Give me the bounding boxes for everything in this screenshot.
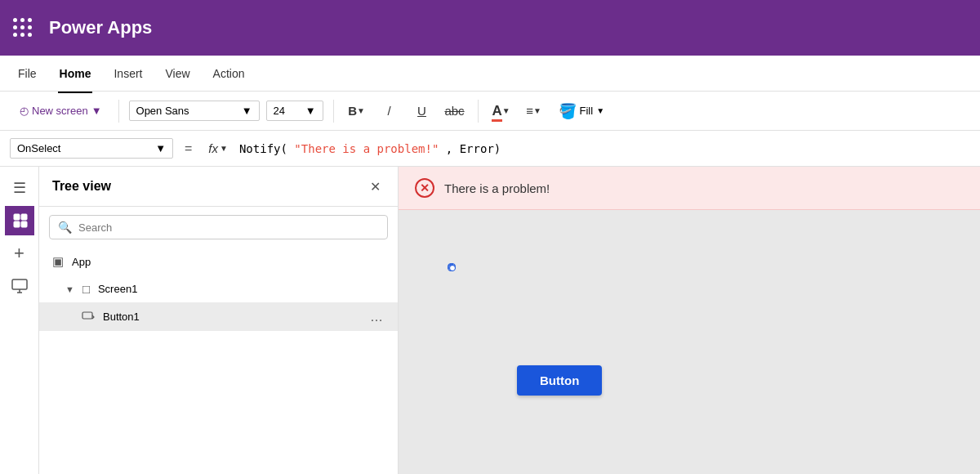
align-chevron-icon: ▼ xyxy=(533,106,541,115)
tree-header: Tree view ✕ xyxy=(39,167,398,207)
svg-rect-0 xyxy=(14,214,20,220)
tree-item-button1[interactable]: Button1 … xyxy=(39,302,398,331)
sidebar-icons: ☰ + xyxy=(0,167,39,474)
separator-1 xyxy=(118,100,119,123)
property-chevron-icon: ▼ xyxy=(155,142,166,154)
screen-icon: □ xyxy=(82,282,90,296)
chevron-down-icon: ▼ xyxy=(305,105,316,117)
font-size-value: 24 xyxy=(274,105,285,117)
italic-icon: / xyxy=(387,104,390,118)
font-color-icon: A xyxy=(492,103,501,119)
button-component-icon xyxy=(82,309,95,324)
tree-view-panel: Tree view ✕ 🔍 ▣ App ▼ □ Screen1 xyxy=(39,167,399,474)
formula-rest: , Error) xyxy=(439,142,501,155)
svg-rect-2 xyxy=(14,221,20,227)
formula-function-name: Notify( xyxy=(239,142,294,155)
search-input[interactable] xyxy=(78,221,379,234)
sidebar-hamburger-button[interactable]: ☰ xyxy=(5,173,34,203)
align-icon: ≡ xyxy=(526,104,533,118)
fill-label: Fill xyxy=(580,105,594,117)
chevron-down-icon: ▼ xyxy=(65,284,74,294)
new-screen-icon: ◴ xyxy=(20,105,29,117)
top-bar: Power Apps xyxy=(0,0,980,56)
bold-chevron-icon: ▼ xyxy=(357,106,365,115)
chevron-down-icon: ▼ xyxy=(242,105,252,117)
main-area: ☰ + Tree view ✕ 🔍 xyxy=(0,167,980,474)
svg-rect-3 xyxy=(21,221,27,227)
tree-item-button1-label: Button1 xyxy=(103,311,140,323)
formula-expression[interactable]: Notify( "There is a problem!" , Error) xyxy=(239,142,501,155)
sidebar-add-button[interactable]: + xyxy=(5,239,34,268)
svg-rect-4 xyxy=(12,279,27,289)
canvas-button-element[interactable]: Button xyxy=(517,365,602,396)
fx-button[interactable]: fx ▼ xyxy=(203,138,233,159)
canvas-area: ✕ There is a problem! Button xyxy=(399,167,980,474)
fx-label: fx xyxy=(208,141,218,155)
tree-close-button[interactable]: ✕ xyxy=(365,177,385,196)
formula-string-arg: "There is a problem!" xyxy=(294,142,439,155)
italic-button[interactable]: / xyxy=(376,98,403,124)
fx-chevron-icon: ▼ xyxy=(220,144,228,153)
search-box[interactable]: 🔍 xyxy=(49,215,388,239)
font-family-value: Open Sans xyxy=(136,105,189,117)
font-family-select[interactable]: Open Sans ▼ xyxy=(129,101,260,121)
menu-bar: File Home Insert View Action xyxy=(0,56,980,92)
notification-text: There is a problem! xyxy=(444,181,550,195)
notification-banner: ✕ There is a problem! xyxy=(399,167,980,210)
app-icon: ▣ xyxy=(52,254,64,269)
toolbar: ◴ New screen ▼ Open Sans ▼ 24 ▼ B ▼ / U … xyxy=(0,92,980,131)
property-value: OnSelect xyxy=(17,142,60,154)
svg-rect-7 xyxy=(82,312,92,319)
tree-item-app[interactable]: ▣ App xyxy=(39,248,398,275)
search-icon: 🔍 xyxy=(58,221,72,234)
font-color-chevron-icon: ▼ xyxy=(502,106,510,115)
formula-bar: OnSelect ▼ = fx ▼ Notify( "There is a pr… xyxy=(0,131,980,167)
tree-item-app-label: App xyxy=(72,256,91,268)
handle-bottom-right xyxy=(449,265,456,271)
underline-icon: U xyxy=(417,104,426,118)
bold-icon: B xyxy=(348,104,357,118)
underline-button[interactable]: U xyxy=(409,98,435,124)
property-select[interactable]: OnSelect ▼ xyxy=(10,138,173,159)
strikethrough-icon: abc xyxy=(444,104,464,118)
fill-button[interactable]: 🪣 Fill ▼ xyxy=(554,99,610,123)
sidebar-monitor-button[interactable] xyxy=(5,271,34,301)
fill-icon: 🪣 xyxy=(559,102,577,120)
chevron-down-icon: ▼ xyxy=(91,105,102,117)
font-size-select[interactable]: 24 ▼ xyxy=(266,101,323,121)
strikethrough-button[interactable]: abc xyxy=(442,98,468,124)
error-icon: ✕ xyxy=(415,178,434,198)
menu-home[interactable]: Home xyxy=(58,64,93,83)
bold-button[interactable]: B ▼ xyxy=(344,98,370,124)
align-button[interactable]: ≡ ▼ xyxy=(521,98,547,124)
menu-file[interactable]: File xyxy=(16,64,38,83)
font-color-button[interactable]: A ▼ xyxy=(488,98,514,124)
equals-sign: = xyxy=(180,141,197,156)
menu-insert[interactable]: Insert xyxy=(112,64,144,83)
separator-2 xyxy=(333,100,334,123)
more-options-button[interactable]: … xyxy=(370,310,385,324)
tree-item-screen1-label: Screen1 xyxy=(98,283,137,295)
new-screen-label: New screen xyxy=(32,105,88,117)
svg-rect-1 xyxy=(21,214,27,220)
menu-action[interactable]: Action xyxy=(212,64,247,83)
waffle-icon[interactable] xyxy=(13,18,33,38)
tree-item-screen1[interactable]: ▼ □ Screen1 xyxy=(39,275,398,302)
fill-chevron-icon: ▼ xyxy=(596,106,604,115)
tree-view-title: Tree view xyxy=(52,179,111,194)
sidebar-treeview-button[interactable] xyxy=(5,206,34,235)
new-screen-button[interactable]: ◴ New screen ▼ xyxy=(13,101,109,120)
app-title: Power Apps xyxy=(49,17,152,38)
separator-3 xyxy=(478,100,479,123)
menu-view[interactable]: View xyxy=(163,64,191,83)
canvas-button-label: Button xyxy=(540,373,579,387)
